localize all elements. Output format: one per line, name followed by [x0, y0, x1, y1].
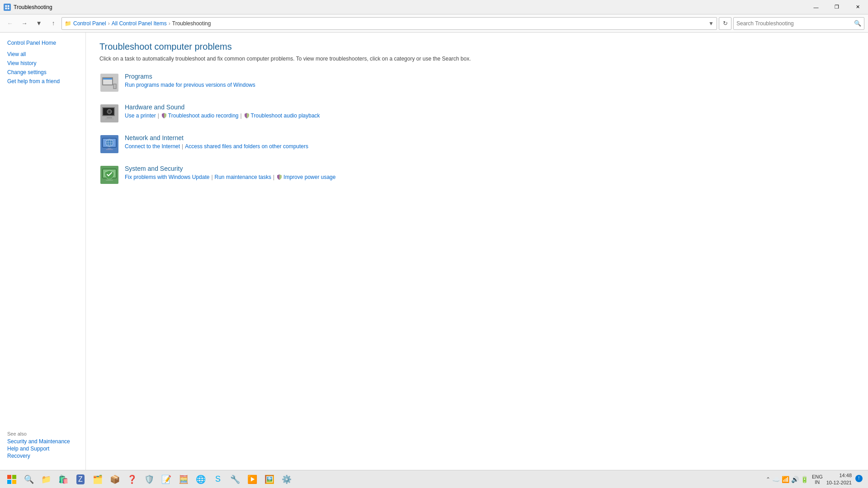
taskbar-store-button[interactable]: 🛍️	[55, 471, 71, 488]
programs-links: Run programs made for previous versions …	[125, 82, 854, 88]
sidebar-home-link[interactable]: Control Panel Home	[0, 38, 85, 50]
title-bar-left: Troubleshooting	[4, 4, 52, 11]
refresh-button[interactable]: ↻	[719, 17, 731, 30]
taskbar-explorer-button[interactable]: 📁	[38, 471, 54, 488]
maximize-button[interactable]: ❐	[826, 0, 847, 14]
taskbar-search-button[interactable]: 🔍	[21, 471, 37, 488]
taskbar-skype-icon: S	[215, 474, 221, 484]
taskbar-tools-button[interactable]: 🔧	[227, 471, 243, 488]
taskbar-files-button[interactable]: 🗂️	[90, 471, 106, 488]
security-link-power[interactable]: Improve power usage	[283, 174, 335, 180]
taskbar-explorer-icon: 📁	[41, 474, 51, 484]
tray-battery-icon[interactable]: 🔋	[801, 476, 808, 483]
forward-button[interactable]: →	[18, 17, 31, 30]
sidebar-view-all[interactable]: View all	[0, 50, 85, 59]
see-also-title: See also	[7, 431, 78, 436]
search-box[interactable]: 🔍	[733, 17, 864, 30]
page-title: Troubleshoot computer problems	[99, 42, 854, 52]
page-description: Click on a task to automatically trouble…	[99, 56, 854, 62]
security-name[interactable]: System and Security	[125, 165, 854, 172]
clock[interactable]: 14:48 10-12-2021	[826, 472, 852, 486]
title-bar-controls: — ❐ ✕	[806, 0, 868, 14]
see-also-recovery[interactable]: Recovery	[7, 453, 78, 459]
svg-point-14	[108, 111, 110, 113]
recent-locations-button[interactable]: ▼	[33, 17, 45, 30]
see-also-help[interactable]: Help and Support	[7, 446, 78, 452]
taskbar-left: 🔍 📁 🛍️ Z 🗂️ 📦 ❓ 🛡️ 📝	[4, 471, 295, 488]
security-link-maintenance[interactable]: Run maintenance tasks	[215, 174, 271, 180]
breadcrumb-control-panel[interactable]: Control Panel	[73, 20, 106, 27]
network-link-shared[interactable]: Access shared files and folders on other…	[185, 143, 308, 150]
breadcrumb: 📁 Control Panel › All Control Panel Item…	[65, 20, 707, 27]
hardware-link-audio-playback[interactable]: Troubleshoot audio playback	[251, 113, 320, 119]
taskbar-store-icon: 🛍️	[58, 474, 68, 484]
network-link-internet[interactable]: Connect to the Internet	[125, 143, 180, 150]
window-title: Troubleshooting	[14, 4, 52, 10]
taskbar-meet-button[interactable]: Z	[72, 471, 89, 488]
tray-volume-icon[interactable]: 🔊	[791, 476, 799, 483]
taskbar-tools-icon: 🔧	[230, 474, 240, 484]
hardware-links: Use a printer | Troubleshoot audio recor…	[125, 113, 854, 119]
hardware-content: Hardware and Sound Use a printer | Troub…	[125, 103, 854, 119]
svg-rect-25	[108, 148, 111, 149]
tray-onedrive-icon[interactable]: ☁️	[772, 476, 780, 483]
category-hardware: Hardware and Sound Use a printer | Troub…	[99, 103, 854, 123]
back-button[interactable]: ←	[4, 17, 16, 30]
taskbar-settings-icon: ⚙️	[282, 474, 292, 484]
language-indicator[interactable]: ENG IN	[812, 474, 823, 485]
taskbar-notes-button[interactable]: 📝	[158, 471, 175, 488]
programs-desc-link[interactable]: Run programs made for previous versions …	[125, 82, 255, 88]
svg-rect-3	[8, 7, 9, 9]
taskbar-browser-button[interactable]: 🌐	[193, 471, 209, 488]
programs-name[interactable]: Programs	[125, 73, 854, 80]
security-link-update[interactable]: Fix problems with Windows Update	[125, 174, 209, 180]
taskbar-help-button[interactable]: ❓	[124, 471, 140, 488]
category-programs: Programs Run programs made for previous …	[99, 73, 854, 93]
network-icon	[99, 134, 119, 154]
address-chevron-icon[interactable]: ▼	[708, 20, 714, 27]
sidebar-change-settings[interactable]: Change settings	[0, 68, 85, 77]
tray-chevron-icon[interactable]: ⌃	[766, 476, 770, 483]
hardware-name[interactable]: Hardware and Sound	[125, 103, 854, 111]
svg-rect-30	[108, 178, 111, 180]
clock-date: 10-12-2021	[826, 479, 852, 486]
notification-badge: !	[855, 475, 863, 482]
breadcrumb-all-items[interactable]: All Control Panel Items	[112, 20, 167, 27]
sidebar-view-history[interactable]: View history	[0, 59, 85, 68]
hardware-link-audio-recording[interactable]: Troubleshoot audio recording	[168, 113, 239, 119]
svg-rect-15	[107, 117, 112, 118]
system-tray: ⌃ ☁️ 📶 🔊 🔋	[766, 476, 808, 483]
programs-content: Programs Run programs made for previous …	[125, 73, 854, 88]
minimize-button[interactable]: —	[806, 0, 826, 14]
taskbar-settings-button[interactable]: ⚙️	[278, 471, 295, 488]
notification-area[interactable]: !	[855, 475, 864, 484]
svg-rect-16	[105, 118, 114, 120]
taskbar-skype-button[interactable]: S	[210, 471, 226, 488]
start-button[interactable]	[4, 471, 20, 488]
close-button[interactable]: ✕	[847, 0, 868, 14]
taskbar-photo-button[interactable]: 🖼️	[261, 471, 278, 488]
svg-rect-1	[8, 5, 9, 7]
network-links: Connect to the Internet | Access shared …	[125, 143, 854, 150]
app-icon	[4, 4, 11, 11]
see-also-security[interactable]: Security and Maintenance	[7, 438, 78, 445]
hardware-link-printer[interactable]: Use a printer	[125, 113, 156, 119]
breadcrumb-troubleshooting: Troubleshooting	[172, 20, 211, 27]
taskbar-calc-button[interactable]: 🧮	[175, 471, 192, 488]
security-links: Fix problems with Windows Update | Run m…	[125, 174, 854, 180]
svg-rect-9	[114, 84, 116, 88]
taskbar: 🔍 📁 🛍️ Z 🗂️ 📦 ❓ 🛡️ 📝	[0, 470, 868, 488]
network-name[interactable]: Network and Internet	[125, 134, 854, 141]
taskbar-antivirus-button[interactable]: 🛡️	[141, 471, 157, 488]
search-input[interactable]	[736, 20, 852, 27]
up-button[interactable]: ↑	[47, 17, 60, 30]
tray-wifi-icon[interactable]: 📶	[782, 476, 789, 483]
sidebar: Control Panel Home View all View history…	[0, 33, 86, 470]
taskbar-youtube-button[interactable]: ▶️	[244, 471, 260, 488]
taskbar-app1-button[interactable]: 📦	[107, 471, 123, 488]
taskbar-youtube-icon: ▶️	[247, 474, 257, 484]
taskbar-help-icon: ❓	[127, 474, 137, 484]
svg-rect-0	[5, 5, 7, 7]
sidebar-get-help[interactable]: Get help from a friend	[0, 77, 85, 86]
address-field[interactable]: 📁 Control Panel › All Control Panel Item…	[61, 17, 717, 30]
